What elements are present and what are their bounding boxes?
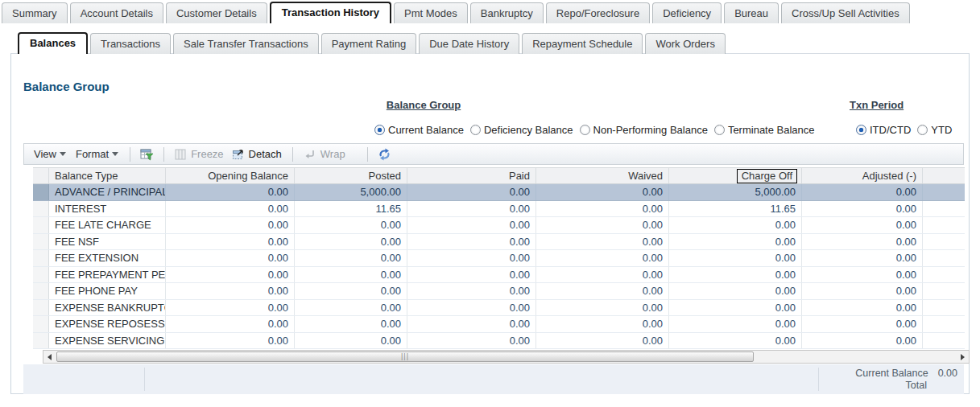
tab-due-date-history[interactable]: Due Date History bbox=[419, 33, 519, 54]
cell-chargeoff[interactable]: 0.00 bbox=[669, 283, 802, 299]
cell-paid[interactable]: 0.00 bbox=[407, 333, 536, 349]
table-row[interactable]: EXPENSE SERVICING0.000.000.000.000.000.0… bbox=[33, 333, 965, 350]
tab-transactions[interactable]: Transactions bbox=[90, 33, 171, 54]
cell-adj[interactable]: 0.00 bbox=[802, 300, 923, 316]
tab-customer-details[interactable]: Customer Details bbox=[166, 2, 267, 23]
cell-posted[interactable]: 5,000.00 bbox=[295, 184, 407, 200]
cell-balance-type[interactable]: FEE NSF bbox=[49, 234, 166, 250]
cell-chargeoff[interactable]: 11.65 bbox=[669, 201, 802, 217]
tab-repo-foreclosure[interactable]: Repo/Foreclosure bbox=[546, 2, 650, 23]
cell-adj[interactable]: 0.00 bbox=[802, 217, 923, 233]
cell-balance-type[interactable]: FEE EXTENSION bbox=[49, 250, 166, 266]
radio-button-ytd[interactable] bbox=[917, 125, 928, 135]
cell-adj[interactable]: 0.00 bbox=[802, 184, 923, 200]
cell-balance-type[interactable]: EXPENSE REPOSESSI... bbox=[49, 316, 166, 332]
radio-button-terminate-balance[interactable] bbox=[714, 125, 725, 135]
cell-paid[interactable]: 0.00 bbox=[407, 201, 536, 217]
row-selector[interactable] bbox=[33, 184, 49, 200]
column-header-posted[interactable]: Posted bbox=[295, 168, 407, 183]
cell-open[interactable]: 0.00 bbox=[166, 201, 295, 217]
radio-button-current-balance[interactable] bbox=[374, 125, 385, 135]
cell-open[interactable]: 0.00 bbox=[166, 250, 295, 266]
cell-waived[interactable]: 0.00 bbox=[536, 217, 669, 233]
view-menu[interactable]: View bbox=[29, 146, 71, 162]
cell-posted[interactable]: 0.00 bbox=[295, 333, 407, 349]
cell-paid[interactable]: 0.00 bbox=[407, 234, 536, 250]
cell-open[interactable]: 0.00 bbox=[166, 300, 295, 316]
cell-open[interactable]: 0.00 bbox=[166, 184, 295, 200]
table-row[interactable]: FEE LATE CHARGE0.000.000.000.000.000.00 bbox=[33, 217, 965, 234]
tab-pmt-modes[interactable]: Pmt Modes bbox=[394, 2, 468, 23]
radio-option-terminate-balance[interactable]: Terminate Balance bbox=[714, 124, 820, 136]
column-header-balance-type[interactable]: Balance Type bbox=[49, 168, 166, 183]
radio-option-itd-ctd[interactable]: ITD/CTD bbox=[856, 124, 916, 136]
cell-adj[interactable]: 0.00 bbox=[802, 234, 923, 250]
cell-adj[interactable]: 0.00 bbox=[802, 201, 923, 217]
cell-open[interactable]: 0.00 bbox=[166, 234, 295, 250]
table-row[interactable]: FEE EXTENSION0.000.000.000.000.000.00 bbox=[33, 250, 965, 267]
scroll-right-button[interactable] bbox=[957, 351, 969, 363]
cell-paid[interactable]: 0.00 bbox=[407, 217, 536, 233]
column-header-charge-off[interactable]: Charge Off bbox=[669, 168, 802, 183]
tab-bankruptcy[interactable]: Bankruptcy bbox=[470, 2, 544, 23]
table-row[interactable]: FEE NSF0.000.000.000.000.000.00 bbox=[33, 234, 965, 251]
table-row[interactable]: EXPENSE REPOSESSI...0.000.000.000.000.00… bbox=[33, 316, 965, 333]
cell-waived[interactable]: 0.00 bbox=[536, 300, 669, 316]
tab-work-orders[interactable]: Work Orders bbox=[645, 33, 725, 54]
cell-open[interactable]: 0.00 bbox=[166, 316, 295, 332]
cell-chargeoff[interactable]: 0.00 bbox=[669, 300, 802, 316]
cell-chargeoff[interactable]: 0.00 bbox=[669, 316, 802, 332]
row-selector[interactable] bbox=[33, 316, 49, 332]
radio-option-current-balance[interactable]: Current Balance bbox=[374, 124, 469, 136]
cell-adj[interactable]: 0.00 bbox=[802, 333, 923, 349]
cell-balance-type[interactable]: FEE PREPAYMENT PE... bbox=[49, 267, 166, 283]
cell-paid[interactable]: 0.00 bbox=[407, 300, 536, 316]
radio-button-deficiency-balance[interactable] bbox=[470, 125, 481, 135]
row-selector[interactable] bbox=[33, 201, 49, 217]
cell-balance-type[interactable]: FEE PHONE PAY bbox=[49, 283, 166, 299]
cell-waived[interactable]: 0.00 bbox=[536, 283, 669, 299]
cell-paid[interactable]: 0.00 bbox=[407, 316, 536, 332]
row-selector[interactable] bbox=[33, 283, 49, 299]
cell-adj[interactable]: 0.00 bbox=[802, 283, 923, 299]
cell-posted[interactable]: 0.00 bbox=[295, 250, 407, 266]
cell-paid[interactable]: 0.00 bbox=[407, 267, 536, 283]
cell-posted[interactable]: 0.00 bbox=[295, 316, 407, 332]
table-row[interactable]: INTEREST0.0011.650.000.0011.650.00 bbox=[33, 201, 965, 218]
tab-balances[interactable]: Balances bbox=[18, 32, 88, 54]
cell-chargeoff[interactable]: 0.00 bbox=[669, 267, 802, 283]
cell-posted[interactable]: 0.00 bbox=[295, 283, 407, 299]
cell-chargeoff[interactable]: 0.00 bbox=[669, 234, 802, 250]
cell-paid[interactable]: 0.00 bbox=[407, 283, 536, 299]
refresh-button[interactable] bbox=[374, 146, 395, 162]
cell-adj[interactable]: 0.00 bbox=[802, 316, 923, 332]
row-selector[interactable] bbox=[33, 234, 49, 250]
cell-balance-type[interactable]: INTEREST bbox=[49, 201, 166, 217]
radio-option-deficiency-balance[interactable]: Deficiency Balance bbox=[470, 124, 578, 136]
cell-posted[interactable]: 0.00 bbox=[295, 300, 407, 316]
radio-option-non-performing-balance[interactable]: Non-Performing Balance bbox=[580, 124, 713, 136]
tab-payment-rating[interactable]: Payment Rating bbox=[321, 33, 417, 54]
cell-balance-type[interactable]: EXPENSE SERVICING bbox=[49, 333, 166, 349]
cell-open[interactable]: 0.00 bbox=[166, 283, 295, 299]
cell-waived[interactable]: 0.00 bbox=[536, 234, 669, 250]
detach-button[interactable]: Detach bbox=[228, 146, 286, 162]
tab-account-details[interactable]: Account Details bbox=[70, 2, 163, 23]
query-by-example-button[interactable] bbox=[137, 146, 157, 162]
cell-waived[interactable]: 0.00 bbox=[536, 316, 669, 332]
cell-open[interactable]: 0.00 bbox=[166, 333, 295, 349]
column-header-paid[interactable]: Paid bbox=[407, 168, 536, 183]
table-row[interactable]: ADVANCE / PRINCIPAL0.005,000.000.000.005… bbox=[33, 184, 965, 201]
cell-chargeoff[interactable]: 5,000.00 bbox=[669, 184, 802, 200]
tab-sale-transfer-transactions[interactable]: Sale Transfer Transactions bbox=[173, 33, 319, 54]
tab-bureau[interactable]: Bureau bbox=[724, 2, 779, 23]
cell-waived[interactable]: 0.00 bbox=[536, 184, 669, 200]
column-header-adjusted[interactable]: Adjusted (-) bbox=[802, 168, 923, 183]
row-selector[interactable] bbox=[33, 333, 49, 349]
cell-posted[interactable]: 0.00 bbox=[295, 267, 407, 283]
tab-transaction-history[interactable]: Transaction History bbox=[270, 2, 391, 23]
row-selector[interactable] bbox=[33, 250, 49, 266]
wrap-button[interactable]: Wrap bbox=[300, 146, 349, 162]
cell-balance-type[interactable]: ADVANCE / PRINCIPAL bbox=[49, 184, 166, 200]
cell-adj[interactable]: 0.00 bbox=[802, 267, 923, 283]
